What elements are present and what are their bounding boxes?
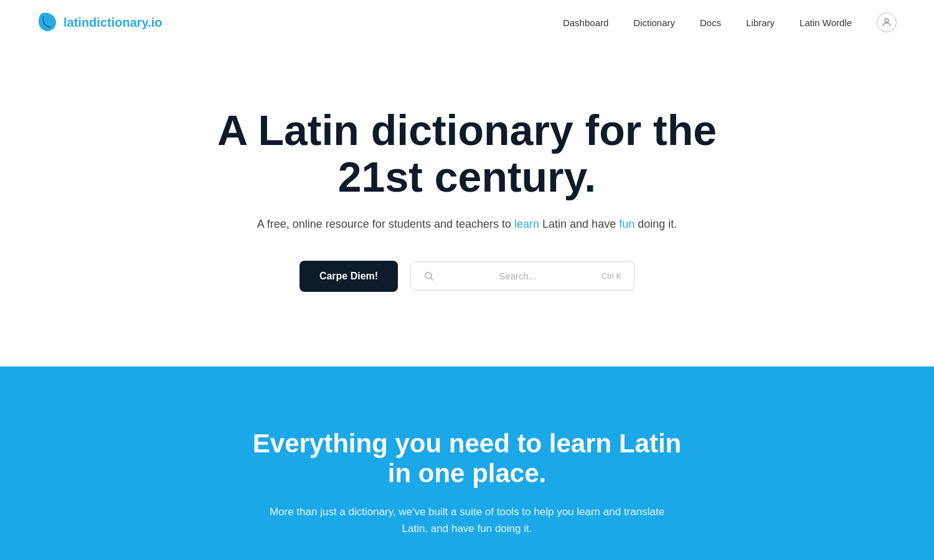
search-placeholder-text: Search... [440, 271, 595, 281]
subtitle-learn-link[interactable]: learn [514, 218, 539, 230]
logo-text: latindictionary.io [64, 16, 163, 30]
hero-title: A Latin dictionary for the 21st century. [187, 107, 747, 200]
svg-point-0 [885, 19, 889, 22]
user-icon [881, 17, 892, 28]
search-box[interactable]: Search... Ctrl K [410, 261, 634, 291]
navbar: latindictionary.io Dashboard Dictionary … [0, 0, 934, 45]
search-shortcut-badge: Ctrl K [601, 271, 622, 281]
blue-section: Everything you need to learn Latin in on… [0, 366, 934, 560]
subtitle-prefix: A free, online resource for students and… [257, 218, 514, 230]
subtitle-suffix: doing it. [634, 218, 677, 230]
user-avatar-button[interactable] [877, 12, 897, 32]
carpe-diem-button[interactable]: Carpe Diem! [300, 261, 398, 292]
logo-icon [37, 11, 57, 34]
nav-link-latin-wordle[interactable]: Latin Wordle [800, 17, 852, 28]
nav-link-dictionary[interactable]: Dictionary [633, 17, 675, 28]
blue-section-subtitle: More than just a dictionary, we've built… [255, 503, 679, 537]
hero-subtitle: A free, online resource for students and… [257, 218, 677, 231]
nav-link-library[interactable]: Library [746, 17, 775, 28]
blue-section-title: Everything you need to learn Latin in on… [249, 429, 685, 488]
hero-actions: Carpe Diem! Search... Ctrl K [300, 261, 634, 292]
svg-point-1 [425, 273, 432, 279]
nav-links: Dashboard Dictionary Docs Library Latin … [563, 12, 897, 32]
svg-line-2 [431, 278, 433, 281]
nav-link-docs[interactable]: Docs [700, 17, 721, 28]
hero-section: A Latin dictionary for the 21st century.… [0, 45, 934, 366]
nav-link-dashboard[interactable]: Dashboard [563, 17, 608, 28]
search-icon [423, 271, 434, 281]
logo[interactable]: latindictionary.io [37, 11, 163, 34]
subtitle-fun-link[interactable]: fun [619, 218, 634, 230]
subtitle-middle: Latin and have [539, 218, 619, 230]
